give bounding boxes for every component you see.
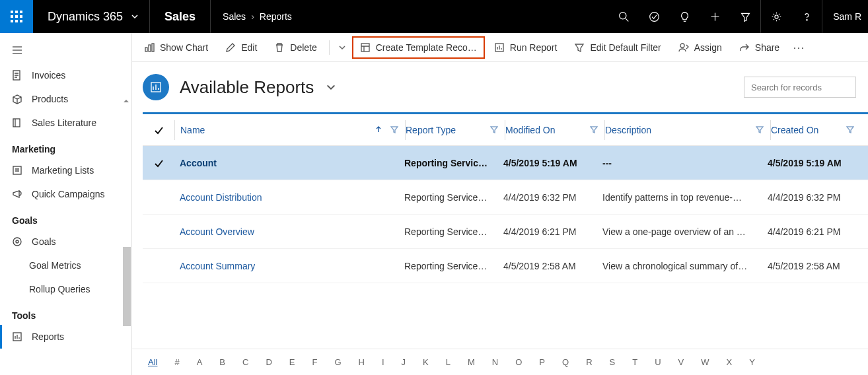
table-row[interactable]: Account SummaryReporting Service…4/5/201… — [143, 249, 868, 283]
run-report-button[interactable]: Run Report — [486, 37, 565, 58]
new-button[interactable] — [700, 0, 730, 33]
row-name-link[interactable]: Account Distribution — [180, 192, 262, 203]
megaphone-icon — [12, 189, 22, 199]
svg-point-24 — [680, 44, 684, 48]
sidebar-item-goal-metrics[interactable]: Goal Metrics — [0, 254, 131, 277]
row-checkbox[interactable] — [143, 249, 174, 283]
app-launcher-button[interactable] — [0, 0, 33, 33]
alpha-l[interactable]: L — [446, 357, 451, 367]
sidebar-item-goals[interactable]: Goals — [0, 230, 131, 254]
column-report-type[interactable]: Report Type — [406, 114, 505, 145]
alpha-m[interactable]: M — [468, 357, 475, 367]
alpha-f[interactable]: F — [312, 357, 317, 367]
alpha-i[interactable]: I — [382, 357, 384, 367]
alpha-w[interactable]: W — [701, 357, 709, 367]
cmd-label: Create Template Reco… — [376, 42, 477, 53]
edit-default-filter-button[interactable]: Edit Default Filter — [566, 37, 669, 58]
row-checkbox[interactable] — [143, 180, 174, 214]
alpha-d[interactable]: D — [266, 357, 271, 367]
sidebar-item-invoices[interactable]: Invoices — [0, 63, 131, 87]
alpha-y[interactable]: Y — [749, 357, 755, 367]
more-commands-button[interactable]: ⋯ — [789, 40, 809, 55]
sidebar-item-label: Marketing Lists — [32, 165, 94, 176]
alpha-q[interactable]: Q — [562, 357, 569, 367]
alpha-e[interactable]: E — [289, 357, 295, 367]
cell-modified-on: 4/4/2019 6:21 PM — [503, 215, 602, 248]
row-checkbox[interactable] — [143, 146, 174, 180]
alpha-#[interactable]: # — [174, 357, 179, 367]
sidebar-item-quick-campaigns[interactable]: Quick Campaigns — [0, 182, 131, 206]
cell-report-type: Reporting Service… — [404, 249, 503, 283]
delete-split-button[interactable] — [334, 37, 351, 58]
row-name-link[interactable]: Account — [180, 158, 217, 168]
alpha-u[interactable]: U — [655, 357, 661, 367]
alpha-k[interactable]: K — [423, 357, 429, 367]
breadcrumb-part[interactable]: Reports — [260, 11, 292, 22]
row-name-link[interactable]: Account Summary — [180, 261, 255, 271]
help-button[interactable] — [791, 0, 822, 33]
table-row[interactable]: Account DistributionReporting Service…4/… — [143, 180, 868, 215]
share-icon — [739, 42, 750, 53]
area-name[interactable]: Sales — [150, 0, 210, 33]
edit-button[interactable]: Edit — [217, 37, 265, 58]
sidebar-group-marketing: Marketing — [0, 135, 131, 158]
caret-up-icon[interactable] — [123, 98, 129, 104]
alpha-x[interactable]: X — [727, 357, 733, 367]
select-all-checkbox[interactable] — [143, 114, 174, 145]
row-checkbox[interactable] — [143, 215, 174, 248]
share-button[interactable]: Share — [731, 37, 787, 58]
alpha-a[interactable]: A — [197, 357, 203, 367]
alpha-j[interactable]: J — [402, 357, 406, 367]
alpha-n[interactable]: N — [492, 357, 498, 367]
alpha-b[interactable]: B — [219, 357, 225, 367]
alpha-r[interactable]: R — [586, 357, 592, 367]
collapse-sidebar-button[interactable] — [0, 41, 131, 59]
search-input[interactable] — [744, 77, 856, 98]
alpha-t[interactable]: T — [632, 357, 637, 367]
invoice-icon — [12, 70, 22, 81]
breadcrumb-part[interactable]: Sales — [223, 11, 246, 22]
filter-icon — [846, 125, 854, 133]
alpha-all[interactable]: All — [148, 357, 157, 367]
column-modified-on[interactable]: Modified On — [505, 114, 604, 145]
alpha-p[interactable]: P — [539, 357, 545, 367]
cell-created-on: 4/4/2019 6:21 PM — [768, 215, 857, 248]
alpha-o[interactable]: O — [515, 357, 522, 367]
table-row[interactable]: Account OverviewReporting Service…4/4/20… — [143, 215, 868, 249]
sidebar-item-products[interactable]: Products — [0, 87, 131, 111]
alpha-h[interactable]: H — [359, 357, 365, 367]
column-created-on[interactable]: Created On — [771, 114, 861, 145]
column-description[interactable]: Description — [605, 114, 770, 145]
assistant-button[interactable] — [669, 0, 700, 33]
alpha-g[interactable]: G — [334, 357, 341, 367]
filter-icon — [590, 125, 598, 133]
delete-button[interactable]: Delete — [266, 37, 324, 58]
row-name-link[interactable]: Account Overview — [180, 226, 254, 237]
user-name[interactable]: Sam R — [822, 11, 868, 22]
filter-icon — [756, 125, 764, 133]
sidebar-item-marketing-lists[interactable]: Marketing Lists — [0, 158, 131, 182]
show-chart-button[interactable]: Show Chart — [136, 37, 216, 58]
check-icon — [153, 158, 164, 168]
sidebar-item-sales-literature[interactable]: Sales Literature — [0, 111, 131, 135]
column-name[interactable]: Name — [175, 114, 405, 145]
sidebar-item-rollup-queries[interactable]: Rollup Queries — [0, 277, 131, 301]
alpha-c[interactable]: C — [242, 357, 248, 367]
view-selector[interactable]: Available Reports — [180, 77, 336, 98]
cmd-label: Edit Default Filter — [590, 42, 661, 53]
sidebar-item-reports[interactable]: Reports — [0, 325, 131, 349]
search-button[interactable] — [608, 0, 639, 33]
settings-button[interactable] — [761, 0, 791, 33]
alpha-v[interactable]: V — [678, 357, 684, 367]
col-label: Modified On — [505, 125, 555, 135]
assign-button[interactable]: Assign — [670, 37, 730, 58]
task-button[interactable] — [639, 0, 669, 33]
create-template-button[interactable]: Create Template Reco… — [352, 36, 485, 59]
sidebar-scrollbar[interactable] — [123, 247, 131, 326]
alpha-s[interactable]: S — [610, 357, 616, 367]
run-report-icon — [494, 42, 505, 53]
filter-button[interactable] — [730, 0, 760, 33]
table-row[interactable]: AccountReporting Servic…4/5/2019 5:19 AM… — [143, 146, 868, 180]
brand-switcher[interactable]: Dynamics 365 — [33, 0, 149, 33]
report-icon — [150, 81, 162, 93]
